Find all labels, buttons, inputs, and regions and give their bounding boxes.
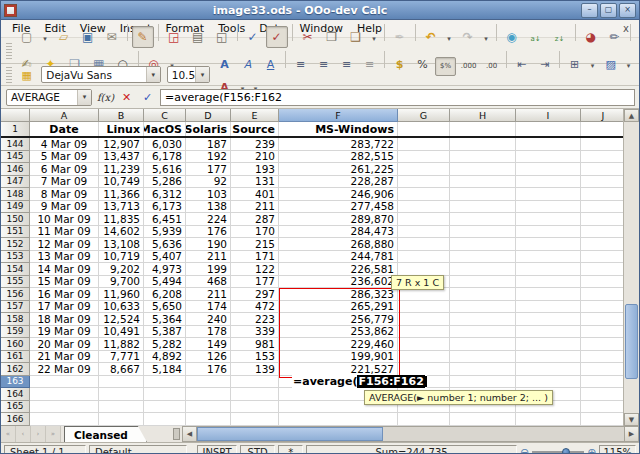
vertical-scroll-thumb[interactable] bbox=[625, 304, 638, 379]
cell-A1[interactable]: Date bbox=[30, 122, 99, 136]
row-header-147[interactable]: 147 bbox=[1, 176, 30, 189]
cell-B158[interactable]: 12,524 bbox=[99, 313, 144, 326]
row-header-148[interactable]: 148 bbox=[1, 188, 30, 201]
cell-E162[interactable]: 139 bbox=[231, 363, 279, 376]
zoom-in-icon[interactable]: ⊕ bbox=[587, 446, 596, 454]
cell-B166[interactable] bbox=[99, 413, 144, 426]
cell-C160[interactable]: 5,282 bbox=[144, 338, 186, 351]
cell-I159[interactable] bbox=[516, 326, 581, 339]
cell-A153[interactable]: 13 Mar 09 bbox=[30, 251, 99, 264]
row-header-146[interactable]: 146 bbox=[1, 163, 30, 176]
cell-B161[interactable]: 7,771 bbox=[99, 351, 144, 364]
cell-J154[interactable] bbox=[581, 263, 626, 276]
cell-C162[interactable]: 5,184 bbox=[144, 363, 186, 376]
row-header-160[interactable]: 160 bbox=[1, 338, 30, 351]
cell-C150[interactable]: 6,451 bbox=[144, 213, 186, 226]
row-header-145[interactable]: 145 bbox=[1, 151, 30, 164]
cell-I163[interactable] bbox=[516, 376, 581, 389]
cell-H150[interactable] bbox=[450, 213, 516, 226]
open-icon[interactable]: ▱ bbox=[53, 26, 75, 48]
cell-A150[interactable]: 10 Mar 09 bbox=[30, 213, 99, 226]
row-header-152[interactable]: 152 bbox=[1, 238, 30, 251]
cell-G151[interactable] bbox=[398, 226, 450, 239]
italic-icon[interactable]: A bbox=[237, 55, 258, 74]
cell-C156[interactable]: 6,208 bbox=[144, 288, 186, 301]
cell-B1[interactable]: Linux bbox=[99, 122, 144, 136]
cell-A156[interactable]: 16 Mar 09 bbox=[30, 288, 99, 301]
cell-A145[interactable]: 5 Mar 09 bbox=[30, 151, 99, 164]
toolbar-grip[interactable] bbox=[6, 43, 12, 59]
copy-icon[interactable]: ❐ bbox=[321, 26, 343, 48]
cell-I148[interactable] bbox=[516, 188, 581, 201]
cell-A166[interactable] bbox=[30, 413, 99, 426]
cell-C1[interactable]: MacOS bbox=[144, 122, 186, 136]
redo-dropdown[interactable]: ▾ bbox=[481, 29, 492, 51]
cell-G145[interactable] bbox=[398, 151, 450, 164]
chevron-down-icon[interactable]: ▾ bbox=[77, 90, 91, 105]
cell-J163[interactable] bbox=[581, 376, 626, 389]
cell-E147[interactable]: 131 bbox=[231, 176, 279, 189]
row-header-165[interactable]: 165 bbox=[1, 401, 30, 414]
column-header-F[interactable]: F bbox=[279, 109, 398, 122]
cell-G149[interactable] bbox=[398, 201, 450, 214]
row-header-162[interactable]: 162 bbox=[1, 363, 30, 376]
cell-H162[interactable] bbox=[450, 363, 516, 376]
cell-A165[interactable] bbox=[30, 401, 99, 414]
cell-J160[interactable] bbox=[581, 338, 626, 351]
cell-D148[interactable]: 103 bbox=[186, 188, 231, 201]
chart-icon[interactable]: ◕ bbox=[580, 26, 602, 48]
cell-F152[interactable]: 268,880 bbox=[279, 238, 398, 251]
cell-I147[interactable] bbox=[516, 176, 581, 189]
export-pdf-icon[interactable]: ◲ bbox=[163, 26, 185, 48]
column-header-E[interactable]: E bbox=[231, 109, 279, 122]
print-icon[interactable]: ▤ bbox=[187, 26, 209, 48]
row-header-159[interactable]: 159 bbox=[1, 326, 30, 339]
cell-C164[interactable] bbox=[144, 388, 186, 401]
cell-I156[interactable] bbox=[516, 288, 581, 301]
column-header-I[interactable]: I bbox=[516, 109, 581, 122]
cell-F158[interactable]: 256,779 bbox=[279, 313, 398, 326]
row-header-163[interactable]: 163 bbox=[1, 376, 30, 389]
cell-J150[interactable] bbox=[581, 213, 626, 226]
horizontal-scrollbar[interactable]: ◀ ▶ bbox=[182, 426, 639, 442]
decrease-indent-icon[interactable]: ⇤ bbox=[511, 55, 532, 74]
cell-B147[interactable]: 10,749 bbox=[99, 176, 144, 189]
maximize-icon[interactable]: ▢ bbox=[600, 3, 617, 18]
column-header-G[interactable]: G bbox=[398, 109, 450, 122]
status-page-style[interactable]: Default bbox=[89, 445, 187, 454]
cell-E149[interactable]: 211 bbox=[231, 201, 279, 214]
cell-J165[interactable] bbox=[581, 401, 626, 414]
cell-E150[interactable]: 287 bbox=[231, 213, 279, 226]
cell-A147[interactable]: 7 Mar 09 bbox=[30, 176, 99, 189]
column-header-D[interactable]: D bbox=[186, 109, 231, 122]
cell-E156[interactable]: 297 bbox=[231, 288, 279, 301]
close-icon[interactable]: × bbox=[619, 3, 636, 18]
vertical-scrollbar[interactable]: ▲ ▼ bbox=[623, 109, 639, 426]
cell-E151[interactable]: 170 bbox=[231, 226, 279, 239]
cell-F162[interactable]: 221,527 bbox=[279, 363, 398, 376]
cell-H149[interactable] bbox=[450, 201, 516, 214]
cell-J145[interactable] bbox=[581, 151, 626, 164]
cell-H148[interactable] bbox=[450, 188, 516, 201]
cell-A160[interactable]: 20 Mar 09 bbox=[30, 338, 99, 351]
cell-A146[interactable]: 6 Mar 09 bbox=[30, 163, 99, 176]
cell-B164[interactable] bbox=[99, 388, 144, 401]
cell-J155[interactable] bbox=[581, 276, 626, 289]
paste-icon[interactable]: ❑ bbox=[345, 26, 367, 48]
cell-A157[interactable]: 17 Mar 09 bbox=[30, 301, 99, 314]
number-format-currency-icon[interactable]: $ bbox=[389, 55, 410, 74]
cell-D163[interactable] bbox=[186, 376, 231, 389]
name-box[interactable]: AVERAGE ▾ bbox=[6, 89, 92, 106]
cell-D146[interactable]: 177 bbox=[186, 163, 231, 176]
cell-I145[interactable] bbox=[516, 151, 581, 164]
row-header-154[interactable]: 154 bbox=[1, 263, 30, 276]
cell-J161[interactable] bbox=[581, 351, 626, 364]
title-bar[interactable]: image33.ods - OOo-dev Calc – ▢ × bbox=[1, 1, 639, 20]
cell-F166[interactable] bbox=[279, 413, 398, 426]
cell-E166[interactable] bbox=[231, 413, 279, 426]
cell-E154[interactable]: 122 bbox=[231, 263, 279, 276]
cell-E159[interactable]: 339 bbox=[231, 326, 279, 339]
cell-E146[interactable]: 193 bbox=[231, 163, 279, 176]
cell-G144[interactable] bbox=[398, 138, 450, 151]
auto-spellcheck-icon[interactable]: ✓ bbox=[266, 26, 288, 48]
